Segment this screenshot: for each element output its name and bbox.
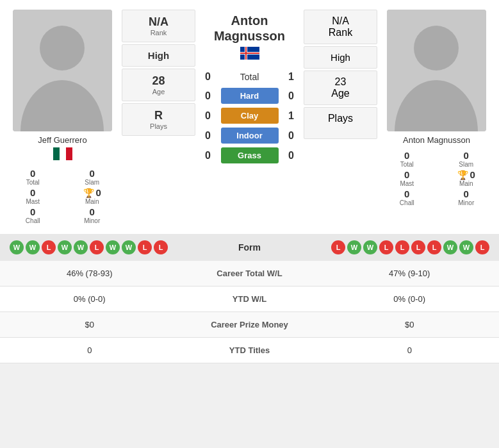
indoor-right-score: 0 <box>285 130 298 142</box>
stats-right-value: 47% (9-10) <box>320 261 500 286</box>
player1-slam-value: 0 <box>90 168 95 179</box>
total-row: 0 Total 1 <box>199 71 300 83</box>
players-section: Jeff Guerrero 0 Total 0 Slam 0 Mast <box>0 0 499 234</box>
player1-chall-label: Chall <box>26 217 40 224</box>
stats-left-value: 0% (0-0) <box>0 286 179 311</box>
player2-minor-label: Minor <box>458 199 474 206</box>
clay-badge: Clay <box>221 108 279 124</box>
total-label: Total <box>221 72 279 82</box>
form-badge-player2: L <box>427 240 441 254</box>
stats-center-label: Career Total W/L <box>179 261 320 286</box>
indoor-left-score: 0 <box>202 130 215 142</box>
indoor-row: 0 Indoor 0 <box>199 128 300 144</box>
form-badge-player1: L <box>138 240 152 254</box>
stats-left-value: $0 <box>0 312 179 337</box>
player1-minor-label: Minor <box>84 217 100 224</box>
player1-level-value: High <box>126 50 192 61</box>
form-badge-player2: L <box>395 240 409 254</box>
player2-plays-label: Plays <box>307 113 373 124</box>
player1-chall-value: 0 <box>30 206 35 217</box>
player2-chall-label: Chall <box>400 199 414 206</box>
player1-mast-label: Mast <box>26 198 40 205</box>
form-badge-player1: L <box>154 240 168 254</box>
player1-middle-stats: N/A Rank High 28 Age R Plays <box>122 10 195 224</box>
player2-main-value: 0 <box>470 169 475 180</box>
player2-level-box: High <box>304 46 377 69</box>
form-badge-player2: W <box>443 240 457 254</box>
player2-stats: 0 Total 0 Slam 0 Mast 🏆 0 Main <box>380 150 493 206</box>
form-badge-player2: W <box>459 240 473 254</box>
player2-minor-value: 0 <box>464 188 469 199</box>
player1-minor-stat: 0 Minor <box>66 206 119 224</box>
player1-mast-stat: 0 Mast <box>6 187 60 205</box>
player2-total-label: Total <box>400 161 414 168</box>
form-badge-player1: W <box>74 240 88 254</box>
player1-avatar <box>13 10 112 131</box>
stats-row: 0YTD Titles0 <box>0 338 499 363</box>
player1-main-stat: 🏆 0 Main <box>66 187 119 205</box>
stats-center-label: YTD Titles <box>179 338 320 363</box>
stats-row: 46% (78-93)Career Total W/L47% (9-10) <box>0 261 499 286</box>
player1-age-label: Age <box>126 88 192 95</box>
player2-avatar <box>387 10 486 131</box>
player2-name-title: AntonMagnusson <box>214 13 285 44</box>
form-badge-player2: L <box>331 240 345 254</box>
indoor-badge: Indoor <box>221 128 279 144</box>
player1-stats: 0 Total 0 Slam 0 Mast 🏆 0 Main <box>6 168 119 224</box>
clay-right-score: 1 <box>285 110 298 122</box>
form-badge-player1: W <box>122 240 136 254</box>
form-label: Form <box>224 242 275 253</box>
form-badge-player1: W <box>26 240 40 254</box>
stats-row: 0% (0-0)YTD W/L0% (0-0) <box>0 286 499 312</box>
clay-left-score: 0 <box>202 110 215 122</box>
player2-slam-stat: 0 Slam <box>440 150 493 168</box>
grass-right-score: 0 <box>285 150 298 162</box>
grass-left-score: 0 <box>202 150 215 162</box>
svg-point-1 <box>40 26 85 71</box>
hard-right-score: 0 <box>285 90 298 102</box>
main-container: Jeff Guerrero 0 Total 0 Slam 0 Mast <box>0 0 499 363</box>
trophy-icon-player2: 🏆 <box>457 170 468 180</box>
player2-name: Anton Magnusson <box>403 135 470 145</box>
svg-rect-3 <box>53 147 60 160</box>
player1-mast-value: 0 <box>30 187 35 198</box>
svg-point-12 <box>414 26 459 71</box>
stats-right-value: $0 <box>320 312 500 337</box>
player2-slam-value: 0 <box>464 150 469 161</box>
player2-minor-stat: 0 Minor <box>440 188 493 206</box>
player1-total-label: Total <box>26 179 40 186</box>
player2-card: Anton Magnusson 0 Total 0 Slam 0 Mast 🏆 <box>380 10 493 224</box>
career-stats-table: 46% (78-93)Career Total W/L47% (9-10)0% … <box>0 261 499 363</box>
player1-rank-box: N/A Rank <box>122 10 195 42</box>
form-badge-player1: W <box>58 240 72 254</box>
player1-plays-label: Plays <box>126 122 192 130</box>
form-badge-player1: W <box>106 240 120 254</box>
surface-rows: 0 Total 1 0 Hard 0 0 Clay 1 <box>199 71 300 167</box>
player1-slam-label: Slam <box>85 179 99 186</box>
player1-slam-stat: 0 Slam <box>66 168 119 186</box>
hard-badge: Hard <box>221 88 279 104</box>
player1-form-badges: WWLWWLWWLL <box>10 240 168 254</box>
player1-rank-label: Rank <box>126 29 192 37</box>
total-left-score: 0 <box>202 71 215 83</box>
player2-age-value: 23 <box>307 76 373 88</box>
player2-mast-stat: 0 Mast <box>380 169 434 187</box>
player2-total-stat: 0 Total <box>380 150 434 168</box>
grass-row: 0 Grass 0 <box>199 147 300 163</box>
player1-rank-value: N/A <box>126 15 192 29</box>
player2-main-label: Main <box>459 180 473 187</box>
form-badge-player2: L <box>379 240 393 254</box>
svg-rect-4 <box>60 147 66 160</box>
total-right-score: 1 <box>285 71 298 83</box>
player2-rank-box: N/A Rank <box>304 10 377 44</box>
stats-center-label: Career Prize Money <box>179 312 320 337</box>
player2-main-stat: 🏆 0 Main <box>440 169 493 187</box>
player2-mast-label: Mast <box>400 180 414 187</box>
player1-main-label: Main <box>85 198 99 205</box>
player2-slam-label: Slam <box>459 161 473 168</box>
stats-right-value: 0 <box>320 338 500 363</box>
player1-name: Jeff Guerrero <box>38 135 86 145</box>
stats-row: $0Career Prize Money$0 <box>0 312 499 338</box>
player1-age-box: 28 Age <box>122 69 195 101</box>
player1-age-value: 28 <box>126 74 192 88</box>
